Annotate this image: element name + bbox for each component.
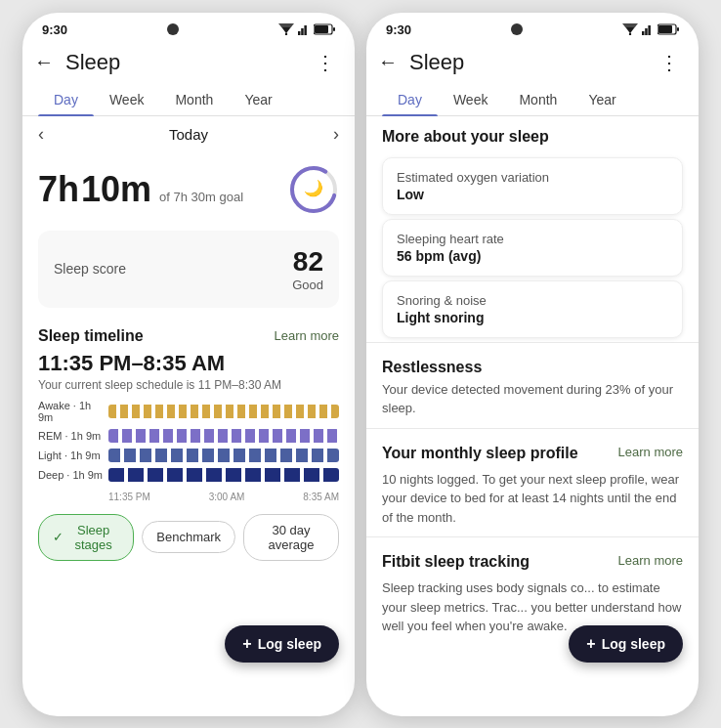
left-log-sleep-fab[interactable]: + Log sleep [225,625,339,663]
deep-bar [108,468,339,482]
awake-bar [108,405,339,418]
fitbit-tracking-header: Fitbit sleep tracking Learn more [382,553,683,575]
left-tab-year[interactable]: Year [229,84,287,115]
svg-rect-15 [642,31,645,35]
deep-label: Deep · 1h 9m [38,469,108,481]
right-phone: 9:30 ← Sleep ⋮ Day Week Month Year M [366,13,699,716]
snoring-value: Light snoring [397,310,668,325]
right-tab-year[interactable]: Year [573,84,631,115]
svg-rect-8 [333,27,335,31]
right-wifi-icon [622,23,638,35]
left-status-bar: 9:30 [22,13,355,41]
sleep-stages-button[interactable]: ✓ Sleep stages [38,514,134,561]
date-label: Today [169,126,208,143]
right-battery-icon [657,23,679,35]
bottom-buttons: ✓ Sleep stages Benchmark 30 day average [22,502,355,573]
heart-rate-value: 56 bpm (avg) [397,248,668,264]
left-tab-day[interactable]: Day [38,84,94,115]
status-icons [278,23,335,35]
chart-time-axis: 11:35 PM 3:00 AM 8:35 AM [38,488,339,502]
sleep-score-value: 82 [292,246,323,278]
sleep-minutes: 10m [81,169,151,210]
right-app-header: ← Sleep ⋮ [366,41,699,84]
oxygen-card: Estimated oxygen variation Low [382,157,683,215]
time-start: 11:35 PM [108,492,150,502]
right-tabs: Day Week Month Year [366,84,699,116]
sleep-goal: of 7h 30m goal [159,190,243,204]
camera-notch [167,23,179,35]
monthly-profile-learn-more[interactable]: Learn more [618,445,683,459]
fitbit-tracking-learn-more[interactable]: Learn more [618,553,683,568]
right-camera-notch [511,23,523,35]
right-tab-month[interactable]: Month [503,84,573,115]
sleep-score-label: Sleep score [54,261,126,277]
divider-2 [366,428,699,429]
sleep-circle-icon: 🌙 [288,164,339,215]
divider-3 [366,536,699,537]
oxygen-name: Estimated oxygen variation [397,170,668,185]
checkmark-icon: ✓ [53,530,64,544]
right-tab-day[interactable]: Day [382,84,438,115]
rem-label: REM · 1h 9m [38,430,108,442]
right-plus-icon: + [586,635,595,653]
fitbit-tracking-title: Fitbit sleep tracking [382,553,530,571]
left-tabs: Day Week Month Year [22,84,355,116]
right-status-icons [622,23,679,35]
awake-label: Awake · 1h 9m [38,400,108,423]
chart-row-rem: REM · 1h 9m [38,429,339,443]
monthly-profile-header: Your monthly sleep profile Learn more [382,445,683,466]
sleep-hours: 7h [38,169,79,210]
monthly-profile-text: 10 nights logged. To get your next sleep… [382,470,683,528]
svg-marker-1 [282,27,290,33]
right-status-bar: 9:30 [366,13,699,41]
svg-rect-7 [315,25,328,33]
time-end: 8:35 AM [303,492,339,502]
plus-icon: + [242,635,251,653]
restlessness-title: Restlessness [382,359,683,376]
more-sleep-title: More about your sleep [366,116,699,153]
svg-marker-13 [626,27,634,33]
monthly-profile-title: Your monthly sleep profile [382,445,578,462]
svg-rect-4 [301,28,304,35]
right-more-button[interactable]: ⋮ [656,47,683,78]
time-mid: 3:00 AM [209,492,245,502]
timeline-time-range: 11:35 PM–8:35 AM [22,351,355,378]
left-app-header: ← Sleep ⋮ [22,41,355,84]
right-app-title: Sleep [409,50,464,75]
wifi-icon [278,23,294,35]
thirty-day-button[interactable]: 30 day average [243,514,339,561]
timeline-learn-more[interactable]: Learn more [275,328,339,343]
svg-rect-3 [298,31,301,35]
timeline-title: Sleep timeline [38,327,144,345]
chart-row-awake: Awake · 1h 9m [38,400,339,423]
svg-rect-20 [677,27,679,31]
right-signal-icon [642,23,654,35]
divider-1 [366,342,699,343]
right-log-sleep-fab[interactable]: + Log sleep [569,625,683,663]
right-tab-week[interactable]: Week [438,84,504,115]
monthly-profile-section: Your monthly sleep profile Learn more 10… [366,433,699,534]
benchmark-button[interactable]: Benchmark [142,521,235,553]
date-next-button[interactable]: › [333,124,339,145]
heart-rate-card: Sleeping heart rate 56 bpm (avg) [382,219,683,277]
left-phone: 9:30 ← Sleep ⋮ Day Week Month Year [22,13,355,716]
date-prev-button[interactable]: ‹ [38,124,44,145]
left-app-title: Sleep [65,50,120,75]
restlessness-section: Restlessness Your device detected moveme… [366,347,699,424]
restlessness-text: Your device detected movement during 23%… [382,380,683,418]
left-more-button[interactable]: ⋮ [312,47,339,78]
battery-icon [314,23,335,35]
left-tab-week[interactable]: Week [94,84,160,115]
left-back-button[interactable]: ← [30,47,58,77]
rem-bar [108,429,339,443]
signal-icon [298,23,310,35]
left-tab-month[interactable]: Month [159,84,229,115]
svg-point-2 [285,33,287,35]
oxygen-value: Low [397,187,668,202]
right-back-button[interactable]: ← [374,47,402,77]
chart-row-deep: Deep · 1h 9m [38,468,339,482]
light-label: Light · 1h 9m [38,450,108,461]
snoring-name: Snoring & noise [397,293,668,308]
sleep-score-card: Sleep score 82 Good [38,231,339,308]
chart-row-light: Light · 1h 9m [38,449,339,462]
